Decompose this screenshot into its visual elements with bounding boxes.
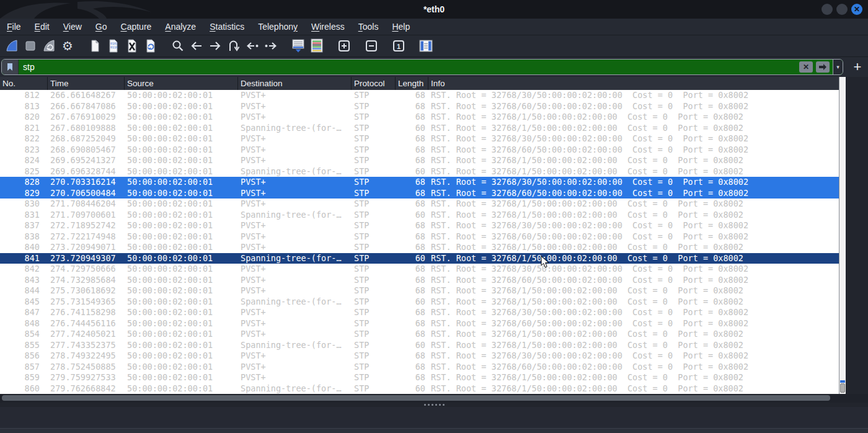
packet-row[interactable]: 830271.70844620450:00:00:02:00:01PVST+ST… (0, 199, 839, 210)
packet-row[interactable]: 856278.74932249550:00:00:02:00:01PVST+ST… (0, 350, 839, 362)
packet-row[interactable]: 854277.74240502150:00:00:02:00:01PVST+ST… (0, 329, 839, 340)
menu-help[interactable]: Help (385, 22, 417, 32)
find-packet-button[interactable] (169, 37, 187, 55)
menu-go[interactable]: Go (89, 22, 114, 32)
stop-capture-button[interactable] (22, 37, 39, 55)
packet-row[interactable]: 812266.66164826750:00:00:02:00:01PVST+ST… (0, 90, 839, 101)
colorize-button[interactable] (308, 37, 326, 55)
packet-row[interactable]: 813266.66784708650:00:00:02:00:01PVST+ST… (0, 101, 839, 112)
menu-tools[interactable]: Tools (352, 22, 386, 32)
filter-dropdown-button[interactable]: ▾ (833, 60, 843, 74)
menu-analyze[interactable]: Analyze (158, 22, 203, 32)
packet-row[interactable]: 844275.73061869250:00:00:02:00:01PVST+ST… (0, 285, 839, 297)
menu-capture[interactable]: Capture (114, 22, 159, 32)
column-header-no[interactable]: No. (0, 77, 48, 90)
minimize-button[interactable] (822, 4, 833, 15)
start-capture-button[interactable] (3, 37, 20, 55)
go-to-packet-button[interactable] (225, 37, 242, 55)
packet-row[interactable]: 820267.67691002950:00:00:02:00:01PVST+ST… (0, 112, 839, 123)
cell-no: 857 (0, 362, 48, 373)
cell-dst: Spanning-tree-(for-… (238, 210, 352, 221)
packet-row[interactable]: 845275.73154936550:00:00:02:00:01Spannin… (0, 297, 839, 308)
packet-row[interactable]: 823268.69080546750:00:00:02:00:01PVST+ST… (0, 145, 839, 156)
cell-info: RST. Root = 32768/1/50:00:00:02:00:00 Co… (428, 166, 839, 177)
maximize-button[interactable] (836, 4, 848, 15)
close-file-button[interactable] (123, 37, 141, 55)
normal-size-button[interactable]: 1 (390, 37, 407, 55)
zoom-in-button[interactable] (335, 37, 353, 55)
packet-row[interactable]: 859279.75992753350:00:00:02:00:01PVST+ST… (0, 372, 839, 383)
menu-edit[interactable]: Edit (28, 22, 56, 32)
resize-columns-button[interactable] (417, 37, 435, 55)
vertical-scrollbar-thumb[interactable] (840, 383, 845, 393)
cell-proto: STP (352, 350, 396, 362)
vertical-scrollbar[interactable] (839, 77, 846, 394)
window-title: *eth0 (423, 4, 445, 14)
packet-row[interactable]: 829270.70650048450:00:00:02:00:01PVST+ST… (0, 188, 839, 199)
cell-proto: STP (352, 264, 396, 275)
reload-file-button[interactable] (142, 37, 159, 55)
pane-splitter[interactable] (0, 403, 868, 407)
column-header-protocol[interactable]: Protocol (352, 77, 396, 90)
packet-row[interactable]: 860279.76266884250:00:00:02:00:01Spannin… (0, 383, 839, 395)
auto-scroll-button[interactable] (290, 37, 307, 55)
toolbar-separator (77, 46, 86, 47)
cell-time: 274.732985684 (48, 275, 125, 286)
menu-file[interactable]: File (0, 22, 28, 32)
cell-time: 270.703316214 (48, 177, 125, 188)
packet-row[interactable]: 842274.72975066650:00:00:02:00:01PVST+ST… (0, 264, 839, 275)
packet-row[interactable]: 825269.69632874450:00:00:02:00:01Spannin… (0, 166, 839, 177)
horizontal-scrollbar-thumb[interactable] (2, 395, 830, 401)
open-file-button[interactable] (86, 37, 104, 55)
cell-dst: PVST+ (238, 199, 352, 210)
packet-row[interactable]: 847276.74115829850:00:00:02:00:01PVST+ST… (0, 307, 839, 318)
column-header-destination[interactable]: Destination (238, 77, 352, 90)
cell-time: 275.731549365 (48, 297, 125, 308)
packet-row[interactable]: 837272.71895274250:00:00:02:00:01PVST+ST… (0, 220, 839, 231)
filter-input[interactable] (19, 60, 799, 74)
main-toolbar: ⚙ 01010110 1 (0, 35, 868, 57)
column-header-info[interactable]: Info (428, 77, 839, 90)
cell-info: RST. Root = 32768/1/50:00:00:02:00:00 Co… (428, 199, 839, 210)
cell-proto: STP (352, 318, 396, 329)
go-back-button[interactable] (188, 37, 205, 55)
packet-row[interactable]: 857278.75245088550:00:00:02:00:01PVST+ST… (0, 362, 839, 373)
go-forward-button[interactable] (206, 37, 224, 55)
first-packet-button[interactable] (244, 37, 261, 55)
menu-statistics[interactable]: Statistics (203, 22, 251, 32)
cell-dst: PVST+ (238, 177, 352, 188)
packet-row[interactable]: 840273.72094907150:00:00:02:00:01PVST+ST… (0, 242, 839, 253)
filter-apply-button[interactable] (816, 61, 830, 73)
filter-clear-button[interactable]: ✕ (799, 61, 813, 73)
packet-row[interactable]: 855277.74335237550:00:00:02:00:01Spannin… (0, 340, 839, 351)
zoom-out-button[interactable] (363, 37, 380, 55)
filter-bookmark-button[interactable] (2, 60, 19, 74)
close-button[interactable]: ✕ (851, 4, 862, 15)
menu-view[interactable]: View (56, 22, 89, 32)
packet-row[interactable]: 824269.69524132750:00:00:02:00:01PVST+ST… (0, 155, 839, 166)
packet-row[interactable]: 843274.73298568450:00:00:02:00:01PVST+ST… (0, 275, 839, 286)
packet-row[interactable]: 831271.70970060150:00:00:02:00:01Spannin… (0, 210, 839, 221)
packet-row[interactable]: 822268.68725204950:00:00:02:00:01PVST+ST… (0, 133, 839, 145)
restart-capture-button[interactable] (40, 37, 58, 55)
packet-row[interactable]: 828270.70331621450:00:00:02:00:01PVST+ST… (0, 177, 839, 188)
last-packet-button[interactable] (262, 37, 280, 55)
capture-options-button[interactable]: ⚙ (59, 37, 76, 55)
cell-info: RST. Root = 32768/1/50:00:00:02:00:00 Co… (428, 253, 839, 264)
horizontal-scrollbar[interactable] (0, 394, 868, 403)
cell-time: 272.718952742 (48, 220, 125, 231)
packet-row[interactable]: 821267.68010988850:00:00:02:00:01Spannin… (0, 123, 839, 134)
menu-telephony[interactable]: Telephony (251, 22, 304, 32)
cell-dst: PVST+ (238, 264, 352, 275)
save-file-button[interactable]: 01010110 (105, 37, 122, 55)
column-header-length[interactable]: Length (396, 77, 428, 90)
packet-row[interactable]: 838272.72217494850:00:00:02:00:01PVST+ST… (0, 231, 839, 243)
packet-row[interactable]: 841273.72094930750:00:00:02:00:01Spannin… (0, 253, 839, 264)
column-header-time[interactable]: Time (48, 77, 125, 90)
packet-row[interactable]: 848276.74445611650:00:00:02:00:01PVST+ST… (0, 318, 839, 329)
cell-info: RST. Root = 32768/1/50:00:00:02:00:00 Co… (428, 112, 839, 123)
menu-wireless[interactable]: Wireless (304, 22, 352, 32)
column-header-source[interactable]: Source (125, 77, 238, 90)
add-filter-button[interactable]: + (848, 59, 867, 75)
plus-icon: + (854, 60, 862, 74)
